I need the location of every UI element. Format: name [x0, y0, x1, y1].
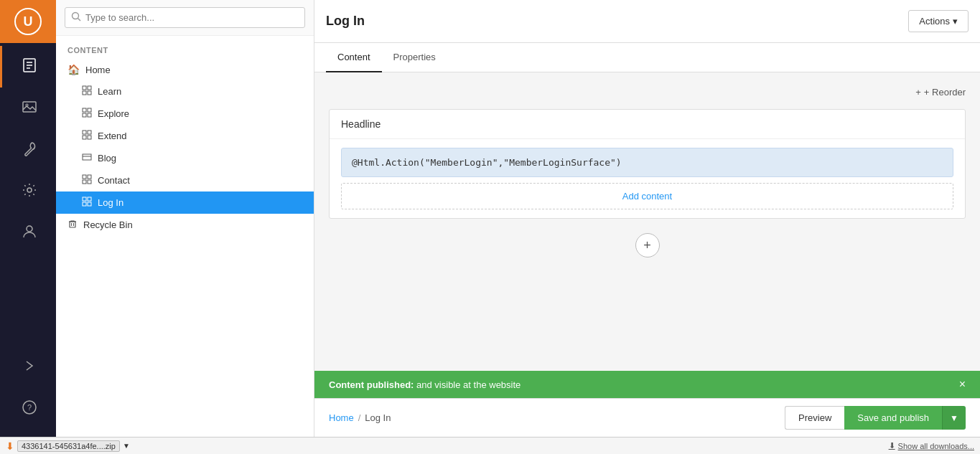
icon-sidebar-items — [0, 43, 56, 254]
gear-icon — [22, 182, 37, 202]
svg-rect-33 — [88, 202, 91, 206]
search-icon — [71, 11, 81, 24]
sidebar-item-help[interactable]: ? — [0, 388, 56, 430]
breadcrumb-separator: / — [358, 412, 361, 423]
reorder-bar: + + Reorder — [329, 87, 966, 98]
download-icon-small: ⬇ — [889, 441, 895, 450]
svg-rect-23 — [88, 136, 91, 139]
media-icon — [22, 99, 37, 118]
tree-item-blog[interactable]: Blog — [56, 147, 314, 169]
breadcrumb-home-link[interactable]: Home — [329, 412, 354, 423]
svg-point-10 — [73, 13, 79, 19]
footer-actions: Preview Save and publish ▼ — [785, 406, 966, 430]
svg-rect-16 — [83, 108, 86, 112]
breadcrumb-current: Log In — [365, 412, 391, 423]
headline-header: Headline — [330, 110, 965, 139]
preview-button[interactable]: Preview — [785, 406, 844, 430]
user-icon — [22, 224, 37, 243]
learn-icon — [82, 85, 92, 98]
breadcrumb: Home / Log In — [329, 412, 391, 423]
sidebar-item-wrench[interactable] — [0, 129, 56, 171]
sidebar-item-users[interactable] — [0, 212, 56, 254]
published-bar: Content published: and visible at the we… — [314, 371, 980, 398]
top-bar: Actions ▾ — [314, 0, 980, 43]
download-expand-arrow[interactable]: ▼ — [123, 442, 130, 450]
tree-item-login-label: Log In — [98, 197, 123, 208]
tree-item-explore[interactable]: Explore — [56, 103, 314, 125]
login-icon — [82, 197, 92, 209]
add-section-button[interactable]: + — [635, 233, 660, 257]
explore-icon — [82, 108, 92, 120]
svg-rect-19 — [88, 113, 91, 117]
app-logo[interactable]: U — [0, 0, 56, 43]
actions-chevron-icon: ▾ — [953, 16, 958, 27]
tab-content[interactable]: Content — [326, 43, 382, 72]
content-icon — [22, 57, 37, 77]
tree-item-contact[interactable]: Contact — [56, 169, 314, 191]
svg-rect-20 — [83, 131, 86, 134]
headline-content: @Html.Action("MemberLogin","MemberLoginS… — [330, 139, 965, 218]
svg-rect-21 — [88, 131, 91, 134]
published-text: Content published: and visible at the we… — [329, 379, 521, 390]
footer-bar: Home / Log In Preview Save and publish ▼ — [314, 398, 980, 437]
svg-rect-27 — [88, 175, 91, 179]
svg-rect-34 — [70, 222, 75, 227]
show-all-downloads-link[interactable]: ⬇ Show all downloads... — [889, 441, 974, 450]
search-input[interactable] — [85, 12, 299, 23]
download-status-icon: ⬇ — [6, 440, 14, 452]
svg-rect-14 — [83, 91, 86, 95]
tree-search-area — [56, 0, 314, 36]
save-publish-button[interactable]: Save and publish — [844, 406, 942, 430]
tree-sidebar: CONTENT 🏠 Home Learn Explore — [56, 0, 314, 437]
svg-line-11 — [78, 19, 81, 22]
editor-area: + + Reorder Headline @Html.Action("Membe… — [314, 72, 980, 371]
svg-rect-30 — [83, 197, 86, 201]
icon-sidebar: U — [0, 0, 56, 437]
svg-point-6 — [27, 188, 32, 192]
search-input-wrap[interactable] — [65, 7, 305, 28]
download-file-name[interactable]: 4336141-545631a4fe....zip — [17, 440, 120, 452]
sidebar-item-gear[interactable] — [0, 171, 56, 212]
add-content-button[interactable]: Add content — [341, 183, 953, 209]
tree-item-home[interactable]: 🏠 Home — [56, 59, 314, 80]
logo-circle: U — [14, 8, 42, 35]
save-publish-arrow-icon: ▼ — [950, 413, 958, 423]
published-bar-close[interactable]: × — [959, 378, 966, 391]
tree-item-contact-label: Contact — [98, 175, 130, 186]
reorder-button[interactable]: + + Reorder — [915, 87, 966, 98]
tree-item-blog-label: Blog — [98, 153, 116, 164]
svg-rect-29 — [88, 180, 91, 184]
bottom-bar: ⬇ 4336141-545631a4fe....zip ▼ ⬇ Show all… — [0, 437, 980, 454]
tab-properties[interactable]: Properties — [382, 43, 447, 72]
tree-item-extend-label: Extend — [98, 131, 126, 141]
tree-item-home-label: Home — [85, 65, 111, 75]
actions-button[interactable]: Actions ▾ — [908, 10, 969, 32]
code-block[interactable]: @Html.Action("MemberLogin","MemberLoginS… — [341, 148, 953, 177]
svg-rect-28 — [83, 180, 86, 184]
tree-item-recycle[interactable]: Recycle Bin — [56, 214, 314, 236]
svg-rect-12 — [83, 86, 86, 90]
svg-rect-31 — [88, 197, 91, 201]
sidebar-item-content[interactable] — [0, 46, 56, 88]
sidebar-item-forward[interactable] — [0, 346, 56, 388]
tabs-bar: Content Properties — [314, 43, 980, 72]
svg-rect-26 — [83, 175, 86, 179]
sidebar-item-media[interactable] — [0, 88, 56, 129]
svg-rect-24 — [83, 154, 91, 160]
tree-item-learn[interactable]: Learn — [56, 80, 314, 103]
tree-item-recycle-label: Recycle Bin — [83, 219, 133, 230]
tree-item-extend[interactable]: Extend — [56, 125, 314, 147]
home-icon: 🏠 — [67, 64, 80, 75]
page-title-input[interactable] — [326, 14, 900, 29]
save-publish-dropdown-button[interactable]: ▼ — [942, 406, 966, 430]
svg-rect-18 — [83, 113, 86, 117]
svg-point-7 — [27, 226, 32, 232]
svg-rect-15 — [88, 91, 91, 95]
svg-rect-13 — [88, 86, 91, 90]
arrow-right-icon — [22, 358, 37, 377]
content-section-label: CONTENT — [56, 36, 314, 59]
tree-item-explore-label: Explore — [98, 108, 129, 119]
recycle-icon — [67, 219, 78, 231]
tree-item-login[interactable]: Log In — [56, 191, 314, 214]
svg-text:?: ? — [27, 403, 32, 412]
